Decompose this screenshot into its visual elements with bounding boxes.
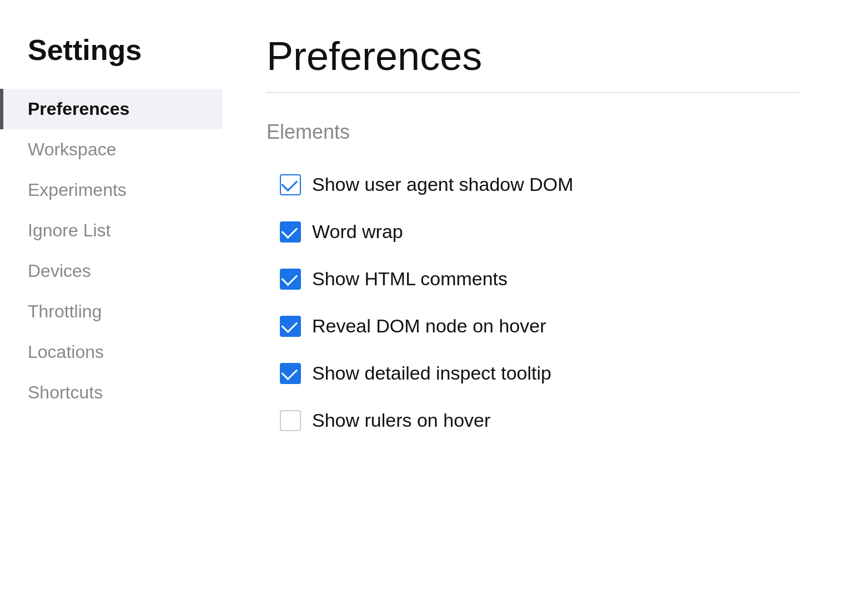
sidebar-link-ignore-list[interactable]: Ignore List [0,210,222,251]
checkbox-label-reveal-dom[interactable]: Reveal DOM node on hover [312,315,546,337]
sidebar-link-experiments[interactable]: Experiments [0,170,222,210]
checkbox-label-html-comments[interactable]: Show HTML comments [312,268,508,290]
checkbox-label-inspect-tooltip[interactable]: Show detailed inspect tooltip [312,362,551,384]
sidebar-link-shortcuts[interactable]: Shortcuts [0,372,222,413]
checkbox-label-word-wrap[interactable]: Word wrap [312,221,403,243]
sidebar-item-workspace[interactable]: Workspace [0,129,222,170]
checkbox-wrapper-rulers-hover [280,410,301,431]
checkbox-wrapper-html-comments [280,269,301,290]
checkbox-item-html-comments: Show HTML comments [267,258,800,300]
sections-container: ElementsShow user agent shadow DOMWord w… [267,120,800,441]
checkbox-wrapper-reveal-dom [280,316,301,337]
checkbox-wrapper-shadow-dom [280,174,301,195]
checkbox-wrapper-inspect-tooltip [280,363,301,384]
checkbox-item-inspect-tooltip: Show detailed inspect tooltip [267,352,800,394]
sidebar-item-experiments[interactable]: Experiments [0,170,222,210]
checkbox-label-shadow-dom[interactable]: Show user agent shadow DOM [312,174,574,195]
sidebar: Settings PreferencesWorkspaceExperiments… [0,0,222,616]
sidebar-item-preferences[interactable]: Preferences [0,89,222,129]
sidebar-link-preferences[interactable]: Preferences [0,89,222,129]
checkbox-item-rulers-hover: Show rulers on hover [267,400,800,441]
sidebar-item-ignore-list[interactable]: Ignore List [0,210,222,251]
checkbox-list-elements: Show user agent shadow DOMWord wrapShow … [267,164,800,441]
section-title-elements: Elements [267,120,800,144]
sidebar-item-throttling[interactable]: Throttling [0,291,222,332]
section-elements: ElementsShow user agent shadow DOMWord w… [267,120,800,441]
checkbox-item-word-wrap: Word wrap [267,211,800,253]
sidebar-item-devices[interactable]: Devices [0,251,222,291]
sidebar-item-locations[interactable]: Locations [0,332,222,372]
page-divider [267,92,800,93]
sidebar-nav: PreferencesWorkspaceExperimentsIgnore Li… [0,89,222,413]
sidebar-link-workspace[interactable]: Workspace [0,129,222,170]
sidebar-item-shortcuts[interactable]: Shortcuts [0,372,222,413]
checkbox-item-reveal-dom: Reveal DOM node on hover [267,305,800,347]
sidebar-link-locations[interactable]: Locations [0,332,222,372]
sidebar-title: Settings [0,33,222,89]
main-content: Preferences ElementsShow user agent shad… [222,0,844,616]
page-title: Preferences [267,33,800,79]
checkbox-wrapper-word-wrap [280,221,301,243]
sidebar-link-devices[interactable]: Devices [0,251,222,291]
checkbox-label-rulers-hover[interactable]: Show rulers on hover [312,410,490,431]
checkbox-item-shadow-dom: Show user agent shadow DOM [267,164,800,205]
sidebar-link-throttling[interactable]: Throttling [0,291,222,332]
